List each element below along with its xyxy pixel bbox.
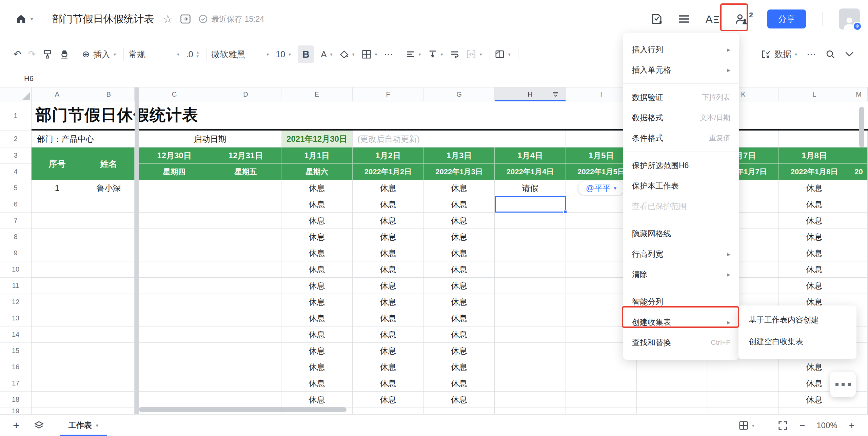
cell-serial[interactable] (32, 359, 83, 375)
menu-item-行高列宽[interactable]: 行高列宽▸ (623, 244, 739, 264)
undo-button[interactable]: ↶ (14, 45, 21, 63)
menu-item-查找和替换[interactable]: 查找和替换Ctrl+F (623, 332, 739, 353)
cell[interactable]: 休息 (353, 229, 424, 245)
cell[interactable] (139, 294, 210, 310)
row-header-18[interactable]: 18 (0, 392, 32, 408)
column-menu-icon[interactable] (552, 91, 559, 98)
cell[interactable] (210, 245, 281, 261)
cell-name[interactable] (83, 213, 135, 229)
column-header-G[interactable]: G (424, 87, 495, 101)
cell[interactable]: 休息 (353, 375, 424, 392)
cell[interactable]: 休息 (779, 261, 850, 278)
cell-date-header[interactable]: 1月4日 (495, 147, 566, 164)
cell[interactable] (139, 375, 210, 392)
redo-button[interactable]: ↷ (28, 45, 36, 63)
frozen-pane-divider[interactable] (135, 87, 139, 414)
horizontal-align-button[interactable]: ▾ (406, 45, 421, 63)
cell[interactable]: 请假 (495, 180, 566, 196)
share-button[interactable]: 分享 (767, 9, 806, 28)
cell-name[interactable] (83, 196, 135, 213)
cell[interactable] (32, 408, 83, 414)
cell-serial[interactable] (32, 294, 83, 310)
cell[interactable]: 休息 (353, 359, 424, 375)
cell-serial[interactable] (32, 229, 83, 245)
row-header-12[interactable]: 12 (0, 294, 32, 310)
menu-item-保护所选范围H6[interactable]: 保护所选范围H6 (623, 155, 739, 176)
cell[interactable]: 休息 (424, 245, 495, 261)
cell[interactable] (637, 392, 708, 408)
cell-date-header[interactable]: 1月8日 (779, 147, 850, 164)
column-header-D[interactable]: D (210, 87, 281, 101)
cell[interactable] (495, 278, 566, 294)
cell-name[interactable] (83, 359, 135, 375)
submenu-item-基于工作表内容创建[interactable]: 基于工作表内容创建 (738, 309, 856, 331)
row-header-11[interactable]: 11 (0, 278, 32, 294)
cell[interactable]: 休息 (281, 343, 353, 359)
vertical-scrollbar-thumb[interactable] (859, 107, 864, 147)
font-family-select[interactable]: 微软雅黑▾ (211, 45, 269, 63)
cell[interactable] (637, 375, 708, 392)
menu-item-查看已保护范围[interactable]: 查看已保护范围 (623, 196, 739, 216)
cell-start-label[interactable]: 启动日期 (139, 131, 281, 147)
cell[interactable]: 休息 (281, 310, 353, 326)
cell[interactable] (424, 408, 495, 414)
cell-name[interactable] (83, 278, 135, 294)
cell[interactable]: 休息 (281, 245, 353, 261)
cell[interactable] (495, 375, 566, 392)
cell[interactable] (779, 131, 850, 147)
row-header-14[interactable]: 14 (0, 326, 32, 343)
cell-serial[interactable] (32, 392, 83, 408)
column-header-A[interactable]: A (32, 87, 83, 101)
cell[interactable]: 休息 (353, 196, 424, 213)
cell[interactable] (83, 408, 135, 414)
cell[interactable]: 休息 (281, 213, 353, 229)
cell-name[interactable] (83, 245, 135, 261)
cell[interactable]: 休息 (424, 343, 495, 359)
font-size-select[interactable]: 10▾ (276, 45, 291, 63)
cell-date-header[interactable] (850, 147, 868, 164)
cell[interactable] (139, 245, 210, 261)
cell[interactable]: 休息 (281, 229, 353, 245)
cell-date-header[interactable]: 2022年1月3日 (424, 164, 495, 180)
cell-date-header[interactable]: 星期四 (139, 164, 210, 180)
cell[interactable]: 休息 (353, 245, 424, 261)
cell[interactable] (708, 392, 779, 408)
cell[interactable] (850, 261, 868, 278)
cell[interactable]: 休息 (353, 392, 424, 408)
cell-serial[interactable]: 1 (32, 180, 83, 196)
cell[interactable]: 休息 (424, 359, 495, 375)
cell-name[interactable] (83, 261, 135, 278)
insert-button[interactable]: ⊕插入▾ (82, 45, 116, 63)
submenu-item-创建空白收集表[interactable]: 创建空白收集表 (738, 331, 856, 352)
cell[interactable] (210, 359, 281, 375)
cell[interactable] (210, 229, 281, 245)
menu-item-保护本工作表[interactable]: 保护本工作表 (623, 176, 739, 196)
cell[interactable] (139, 196, 210, 213)
cell-name[interactable] (83, 294, 135, 310)
cell[interactable]: 休息 (424, 261, 495, 278)
format-painter-button[interactable] (42, 45, 53, 63)
cell[interactable]: 休息 (779, 196, 850, 213)
row-header-1[interactable]: 1 (0, 101, 32, 131)
cell[interactable] (850, 131, 868, 147)
sheet-tab[interactable]: 工作表▾ (60, 415, 107, 436)
cell[interactable]: 休息 (424, 375, 495, 392)
row-header-4[interactable]: 4 (0, 164, 32, 180)
cell[interactable] (495, 131, 566, 147)
cell[interactable] (566, 359, 637, 375)
menu-item-智能分列[interactable]: 智能分列 (623, 292, 739, 312)
cell[interactable] (566, 392, 637, 408)
zoom-level[interactable]: 100% (816, 421, 837, 430)
decimal-stepper[interactable]: ▴▾ (197, 50, 199, 58)
cell[interactable] (708, 408, 779, 414)
cell-name[interactable] (83, 310, 135, 326)
avatar[interactable]: 企 (839, 8, 860, 29)
cell[interactable]: 休息 (424, 278, 495, 294)
cell[interactable]: 休息 (353, 310, 424, 326)
cell[interactable]: 休息 (424, 326, 495, 343)
cell[interactable] (139, 310, 210, 326)
cell[interactable]: 休息 (353, 180, 424, 196)
cell[interactable] (139, 229, 210, 245)
collaborators-icon[interactable]: 2 (735, 12, 752, 26)
cell[interactable]: 休息 (424, 294, 495, 310)
